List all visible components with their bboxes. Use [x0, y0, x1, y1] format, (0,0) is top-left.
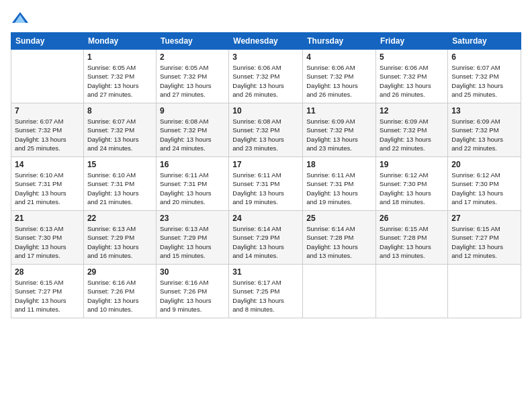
day-number: 14: [15, 160, 80, 169]
calendar-cell: 2Sunrise: 6:05 AM Sunset: 7:32 PM Daylig…: [156, 50, 228, 103]
calendar-cell: 4Sunrise: 6:06 AM Sunset: 7:32 PM Daylig…: [303, 50, 376, 103]
calendar-week-4: 21Sunrise: 6:13 AM Sunset: 7:30 PM Dayli…: [11, 211, 521, 265]
day-info: Sunrise: 6:07 AM Sunset: 7:32 PM Dayligh…: [451, 63, 517, 99]
day-info: Sunrise: 6:10 AM Sunset: 7:31 PM Dayligh…: [15, 171, 80, 206]
day-number: 13: [451, 106, 517, 116]
calendar-week-2: 7Sunrise: 6:07 AM Sunset: 7:32 PM Daylig…: [11, 103, 521, 157]
calendar-cell: 13Sunrise: 6:09 AM Sunset: 7:32 PM Dayli…: [448, 103, 521, 157]
calendar-cell: [448, 265, 521, 318]
calendar-cell: 29Sunrise: 6:16 AM Sunset: 7:26 PM Dayli…: [83, 265, 156, 318]
day-number: 29: [87, 267, 152, 277]
header: [11, 11, 521, 26]
weekday-header-friday: Friday: [376, 33, 448, 50]
day-number: 22: [87, 214, 152, 223]
calendar-cell: 6Sunrise: 6:07 AM Sunset: 7:32 PM Daylig…: [448, 50, 521, 103]
calendar-cell: 24Sunrise: 6:14 AM Sunset: 7:29 PM Dayli…: [229, 211, 303, 265]
day-number: 3: [232, 52, 299, 62]
day-number: 15: [87, 160, 152, 169]
weekday-header-tuesday: Tuesday: [156, 33, 228, 50]
day-number: 24: [232, 214, 299, 223]
calendar-table: SundayMondayTuesdayWednesdayThursdayFrid…: [11, 32, 521, 318]
calendar-cell: 18Sunrise: 6:11 AM Sunset: 7:31 PM Dayli…: [303, 157, 376, 211]
calendar-cell: [376, 265, 448, 318]
day-number: 17: [232, 160, 299, 169]
day-info: Sunrise: 6:11 AM Sunset: 7:31 PM Dayligh…: [160, 171, 225, 206]
day-info: Sunrise: 6:05 AM Sunset: 7:32 PM Dayligh…: [87, 63, 152, 99]
day-info: Sunrise: 6:09 AM Sunset: 7:32 PM Dayligh…: [306, 117, 372, 152]
day-number: 31: [232, 267, 299, 277]
day-number: 9: [160, 106, 225, 116]
day-number: 7: [15, 106, 80, 116]
day-number: 16: [160, 160, 225, 169]
day-info: Sunrise: 6:13 AM Sunset: 7:29 PM Dayligh…: [87, 224, 152, 260]
calendar-cell: 31Sunrise: 6:17 AM Sunset: 7:25 PM Dayli…: [229, 265, 303, 318]
day-number: 21: [15, 214, 80, 223]
day-info: Sunrise: 6:09 AM Sunset: 7:32 PM Dayligh…: [380, 117, 444, 152]
calendar-cell: 19Sunrise: 6:12 AM Sunset: 7:30 PM Dayli…: [376, 157, 448, 211]
calendar-week-3: 14Sunrise: 6:10 AM Sunset: 7:31 PM Dayli…: [11, 157, 521, 211]
calendar-cell: 12Sunrise: 6:09 AM Sunset: 7:32 PM Dayli…: [376, 103, 448, 157]
day-info: Sunrise: 6:09 AM Sunset: 7:32 PM Dayligh…: [451, 117, 517, 152]
day-info: Sunrise: 6:07 AM Sunset: 7:32 PM Dayligh…: [87, 117, 152, 152]
calendar-body: 1Sunrise: 6:05 AM Sunset: 7:32 PM Daylig…: [11, 50, 521, 318]
day-number: 5: [380, 52, 444, 62]
weekday-header-wednesday: Wednesday: [229, 33, 303, 50]
logo-icon: [11, 11, 30, 26]
day-number: 11: [306, 106, 372, 116]
day-info: Sunrise: 6:05 AM Sunset: 7:32 PM Dayligh…: [160, 63, 225, 99]
day-info: Sunrise: 6:17 AM Sunset: 7:25 PM Dayligh…: [232, 278, 299, 314]
calendar-cell: 15Sunrise: 6:10 AM Sunset: 7:31 PM Dayli…: [83, 157, 156, 211]
logo: [11, 11, 32, 26]
day-number: 6: [451, 52, 517, 62]
calendar-cell: 7Sunrise: 6:07 AM Sunset: 7:32 PM Daylig…: [11, 103, 84, 157]
calendar-cell: 9Sunrise: 6:08 AM Sunset: 7:32 PM Daylig…: [156, 103, 228, 157]
calendar-cell: 20Sunrise: 6:12 AM Sunset: 7:30 PM Dayli…: [448, 157, 521, 211]
day-info: Sunrise: 6:06 AM Sunset: 7:32 PM Dayligh…: [232, 63, 299, 99]
calendar-cell: 5Sunrise: 6:06 AM Sunset: 7:32 PM Daylig…: [376, 50, 448, 103]
day-info: Sunrise: 6:10 AM Sunset: 7:31 PM Dayligh…: [87, 171, 152, 206]
day-number: 20: [451, 160, 517, 169]
calendar-cell: 1Sunrise: 6:05 AM Sunset: 7:32 PM Daylig…: [83, 50, 156, 103]
day-number: 8: [87, 106, 152, 116]
calendar-header: SundayMondayTuesdayWednesdayThursdayFrid…: [11, 33, 521, 50]
calendar-cell: 28Sunrise: 6:15 AM Sunset: 7:27 PM Dayli…: [11, 265, 84, 318]
calendar-week-5: 28Sunrise: 6:15 AM Sunset: 7:27 PM Dayli…: [11, 265, 521, 318]
day-number: 26: [380, 214, 444, 223]
page-container: SundayMondayTuesdayWednesdayThursdayFrid…: [0, 0, 532, 324]
day-info: Sunrise: 6:08 AM Sunset: 7:32 PM Dayligh…: [160, 117, 225, 152]
day-number: 23: [160, 214, 225, 223]
day-number: 2: [160, 52, 225, 62]
day-info: Sunrise: 6:07 AM Sunset: 7:32 PM Dayligh…: [15, 117, 80, 152]
calendar-cell: [303, 265, 376, 318]
calendar-cell: 23Sunrise: 6:13 AM Sunset: 7:29 PM Dayli…: [156, 211, 228, 265]
weekday-header-thursday: Thursday: [303, 33, 376, 50]
day-info: Sunrise: 6:08 AM Sunset: 7:32 PM Dayligh…: [232, 117, 299, 152]
day-info: Sunrise: 6:13 AM Sunset: 7:30 PM Dayligh…: [15, 224, 80, 260]
weekday-header-monday: Monday: [83, 33, 156, 50]
weekday-header-sunday: Sunday: [11, 33, 84, 50]
day-number: 12: [380, 106, 444, 116]
calendar-cell: 21Sunrise: 6:13 AM Sunset: 7:30 PM Dayli…: [11, 211, 84, 265]
calendar-cell: 27Sunrise: 6:15 AM Sunset: 7:27 PM Dayli…: [448, 211, 521, 265]
calendar-cell: 3Sunrise: 6:06 AM Sunset: 7:32 PM Daylig…: [229, 50, 303, 103]
calendar-week-1: 1Sunrise: 6:05 AM Sunset: 7:32 PM Daylig…: [11, 50, 521, 103]
day-number: 30: [160, 267, 225, 277]
calendar-cell: 22Sunrise: 6:13 AM Sunset: 7:29 PM Dayli…: [83, 211, 156, 265]
calendar-cell: 30Sunrise: 6:16 AM Sunset: 7:26 PM Dayli…: [156, 265, 228, 318]
day-info: Sunrise: 6:14 AM Sunset: 7:29 PM Dayligh…: [232, 224, 299, 260]
day-info: Sunrise: 6:12 AM Sunset: 7:30 PM Dayligh…: [380, 171, 444, 206]
calendar-cell: 11Sunrise: 6:09 AM Sunset: 7:32 PM Dayli…: [303, 103, 376, 157]
calendar-cell: 16Sunrise: 6:11 AM Sunset: 7:31 PM Dayli…: [156, 157, 228, 211]
day-number: 18: [306, 160, 372, 169]
calendar-cell: [11, 50, 84, 103]
day-number: 27: [451, 214, 517, 223]
calendar-cell: 17Sunrise: 6:11 AM Sunset: 7:31 PM Dayli…: [229, 157, 303, 211]
day-info: Sunrise: 6:06 AM Sunset: 7:32 PM Dayligh…: [306, 63, 372, 99]
day-info: Sunrise: 6:11 AM Sunset: 7:31 PM Dayligh…: [306, 171, 372, 206]
day-info: Sunrise: 6:12 AM Sunset: 7:30 PM Dayligh…: [451, 171, 517, 206]
calendar-cell: 8Sunrise: 6:07 AM Sunset: 7:32 PM Daylig…: [83, 103, 156, 157]
calendar-cell: 10Sunrise: 6:08 AM Sunset: 7:32 PM Dayli…: [229, 103, 303, 157]
day-number: 28: [15, 267, 80, 277]
day-info: Sunrise: 6:14 AM Sunset: 7:28 PM Dayligh…: [306, 224, 372, 260]
calendar-cell: 26Sunrise: 6:15 AM Sunset: 7:28 PM Dayli…: [376, 211, 448, 265]
